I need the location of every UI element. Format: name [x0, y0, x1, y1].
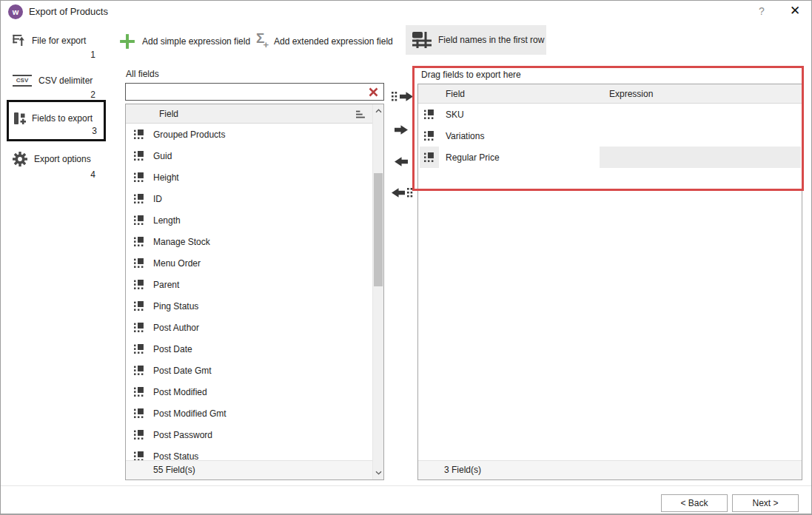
field-label: Regular Price [446, 152, 500, 163]
list-item[interactable]: Manage Stock [126, 231, 372, 252]
table-row[interactable]: Variations [418, 125, 802, 147]
sidebar-item-label: Export options [34, 154, 91, 164]
drag-handle-icon [134, 366, 144, 376]
column-header-field: Field [446, 89, 465, 99]
drag-handle-icon [134, 258, 144, 269]
list-header[interactable]: Field [126, 104, 383, 124]
all-fields-label: All fields [126, 69, 159, 79]
field-label: Ping Status [153, 301, 198, 312]
vertical-scrollbar[interactable] [372, 104, 383, 479]
expression-cell[interactable] [600, 147, 801, 168]
table-row[interactable]: SKU [418, 104, 802, 125]
expression-cell[interactable] [600, 125, 801, 147]
toggle-label: Field names in the first row [438, 35, 544, 45]
list-item[interactable]: Post Date Gmt [126, 360, 372, 381]
sidebar-item-export-options[interactable]: Export options 4 [7, 152, 100, 180]
step-number: 4 [7, 169, 100, 180]
sidebar-item-fields-to-export[interactable]: Fields to export 3 [7, 100, 106, 141]
sidebar-item-label: File for export [32, 36, 86, 46]
list-item[interactable]: Guid [126, 145, 372, 166]
step-number: 1 [7, 50, 100, 60]
arrow-right-icon [400, 91, 413, 102]
field-label: Menu Order [153, 258, 201, 269]
column-header-expression: Expression [609, 89, 653, 99]
next-button[interactable]: Next > [732, 494, 799, 512]
csv-icon: CSV [13, 75, 32, 87]
add-extended-expression-button[interactable]: Σ+ Add extended expression field [256, 31, 393, 50]
move-left-button[interactable] [395, 156, 408, 167]
table-header-icon [412, 32, 432, 48]
field-count-status: 55 Field(s) [126, 460, 383, 479]
search-input[interactable] [126, 84, 383, 100]
list-item[interactable]: Ping Status [126, 295, 372, 317]
add-simple-expression-button[interactable]: Add simple expression field [119, 33, 250, 50]
field-label: Guid [153, 151, 172, 161]
drag-handle-icon [424, 152, 434, 163]
field-label: Parent [153, 280, 179, 290]
scroll-down-icon[interactable] [375, 471, 382, 475]
sidebar-item-label: Fields to export [32, 113, 93, 124]
move-right-button[interactable] [395, 124, 408, 135]
field-label: Manage Stock [153, 237, 210, 247]
drag-handle-icon [134, 129, 144, 140]
list-item[interactable]: Height [126, 166, 372, 188]
drag-handle-icon [134, 237, 144, 247]
field-label: Height [153, 172, 179, 183]
list-item[interactable]: Post Password [126, 424, 372, 445]
export-dialog: w Export of Products ? ✕ File for export… [0, 0, 812, 515]
export-rows: SKU Variations Regular Price [418, 104, 802, 168]
all-fields-list: Field Grouped Products Guid Height ID Le… [125, 104, 384, 480]
drag-handle-icon [424, 110, 434, 120]
drag-handle-icon [134, 280, 144, 290]
list-item[interactable]: Post Modified Gmt [126, 403, 372, 424]
field-search-box [125, 83, 384, 101]
arrow-right-icon [395, 124, 408, 135]
move-all-right-button[interactable] [392, 91, 413, 102]
arrow-left-icon [395, 156, 408, 167]
close-button[interactable]: ✕ [785, 3, 805, 21]
button-label: Add simple expression field [142, 36, 250, 47]
field-names-first-row-toggle[interactable]: Field names in the first row [406, 25, 546, 55]
field-label: Post Modified Gmt [153, 408, 227, 419]
column-header-field: Field [159, 109, 178, 119]
list-item[interactable]: Parent [126, 274, 372, 295]
list-item[interactable]: Post Author [126, 317, 372, 338]
field-label: Post Author [153, 323, 199, 333]
expression-cell[interactable] [600, 104, 801, 125]
list-item[interactable]: ID [126, 188, 372, 209]
list-item[interactable]: Length [126, 209, 372, 231]
arrow-left-icon [392, 187, 405, 198]
sort-icon[interactable] [356, 110, 366, 118]
field-label: ID [153, 194, 162, 204]
button-label: Add extended expression field [274, 36, 393, 47]
field-rows: Grouped Products Guid Height ID Length M… [126, 124, 372, 479]
sidebar-item-file-for-export[interactable]: File for export 1 [7, 34, 100, 60]
step-number: 3 [9, 126, 104, 136]
gear-icon [13, 152, 27, 166]
drag-handle-icon [134, 215, 144, 226]
move-all-left-button[interactable] [392, 187, 413, 198]
drag-handle-icon [134, 172, 144, 183]
list-item[interactable]: Menu Order [126, 252, 372, 274]
scroll-up-icon[interactable] [375, 109, 382, 113]
field-label: Post Password [153, 430, 212, 440]
list-item[interactable]: Post Date [126, 338, 372, 360]
drag-handle-icon [134, 323, 144, 333]
sidebar-item-csv-delimiter[interactable]: CSV CSV delimiter 2 [7, 75, 100, 100]
scrollbar-thumb[interactable] [374, 173, 383, 286]
field-label: SKU [446, 110, 464, 120]
field-label: Post Modified [153, 387, 207, 397]
clear-search-icon[interactable] [369, 87, 378, 97]
list-item[interactable]: Grouped Products [126, 124, 372, 145]
drag-handle-icon [424, 131, 434, 141]
step-number: 2 [7, 90, 100, 100]
back-button[interactable]: < Back [661, 494, 728, 512]
drag-handle-icon [134, 301, 144, 312]
app-logo-icon: w [8, 4, 23, 19]
help-button[interactable]: ? [754, 5, 769, 20]
list-item[interactable]: Post Modified [126, 381, 372, 403]
drop-zone-label: Drag fields to export here [421, 70, 521, 80]
drag-handle-icon [134, 387, 144, 397]
title-bar: w Export of Products ? ✕ [1, 1, 811, 23]
table-row-selected[interactable]: Regular Price [418, 147, 802, 168]
